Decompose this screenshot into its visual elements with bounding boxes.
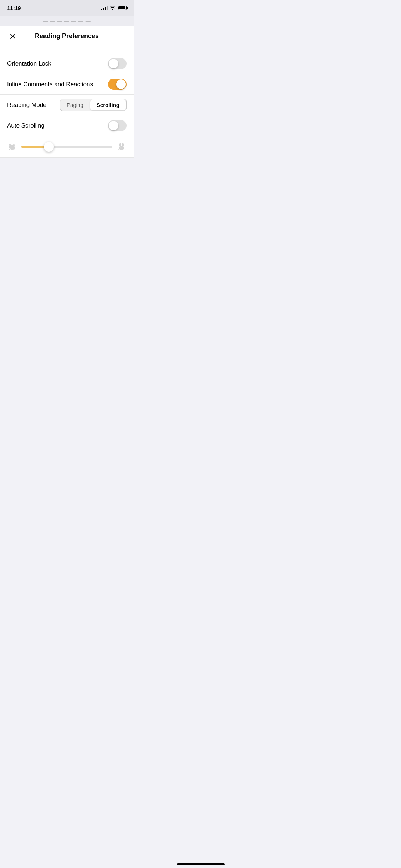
signal-bars-icon [101, 6, 108, 10]
inline-comments-thumb [116, 79, 126, 89]
orientation-lock-thumb [109, 59, 118, 68]
modal-sheet: Reading Preferences Orientation Lock Inl… [0, 26, 134, 158]
status-time: 11:19 [7, 5, 21, 11]
svg-point-9 [14, 146, 15, 146]
inline-comments-toggle[interactable] [108, 79, 127, 90]
top-spacer [0, 46, 134, 53]
paging-segment[interactable]: Paging [60, 99, 90, 111]
status-icons [101, 6, 127, 10]
reading-mode-label: Reading Mode [7, 102, 47, 109]
close-button[interactable] [7, 31, 19, 42]
speed-slider-row [0, 136, 134, 158]
svg-point-8 [13, 146, 15, 148]
settings-container: Orientation Lock Inline Comments and Rea… [0, 53, 134, 158]
auto-scrolling-thumb [109, 121, 118, 130]
orientation-lock-toggle[interactable] [108, 58, 127, 69]
orientation-lock-row: Orientation Lock [0, 53, 134, 74]
rabbit-icon [117, 142, 127, 152]
auto-scrolling-label: Auto Scrolling [7, 122, 45, 129]
inline-comments-label: Inline Comments and Reactions [7, 81, 93, 88]
svg-line-14 [118, 149, 119, 150]
close-icon [10, 33, 16, 40]
inline-comments-row: Inline Comments and Reactions [0, 74, 134, 95]
orientation-lock-label: Orientation Lock [7, 60, 51, 67]
svg-point-11 [119, 143, 121, 147]
sheet-header: Reading Preferences [0, 26, 134, 46]
battery-icon [118, 6, 127, 10]
auto-scrolling-row: Auto Scrolling [0, 115, 134, 136]
reading-mode-segmented-control: Paging Scrolling [60, 99, 127, 111]
status-bar: 11:19 [0, 0, 134, 16]
svg-point-13 [120, 148, 121, 148]
svg-line-15 [124, 149, 125, 149]
svg-line-7 [14, 144, 15, 145]
reading-mode-row: Reading Mode Paging Scrolling [0, 95, 134, 115]
sheet-title: Reading Preferences [35, 32, 99, 40]
speed-slider-track[interactable] [21, 146, 112, 148]
svg-point-12 [122, 143, 124, 147]
wifi-icon [110, 6, 115, 10]
scrolling-segment[interactable]: Scrolling [90, 99, 126, 110]
svg-line-6 [9, 144, 10, 145]
auto-scrolling-toggle[interactable] [108, 120, 127, 131]
background-content: — — — — — — — [0, 16, 134, 26]
turtle-icon [7, 142, 17, 152]
speed-slider-thumb[interactable] [44, 142, 54, 152]
